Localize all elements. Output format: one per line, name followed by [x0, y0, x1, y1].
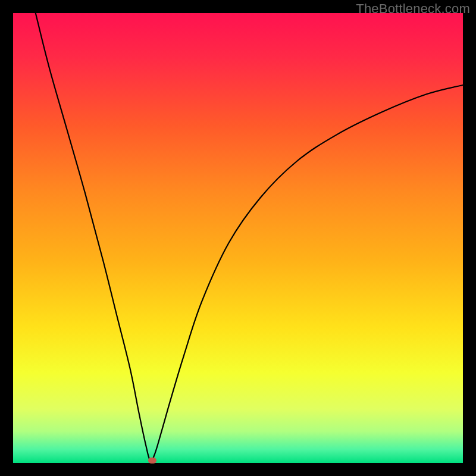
optimal-point-marker: [148, 458, 156, 464]
bottleneck-curve: [13, 13, 463, 463]
plot-area: [13, 13, 463, 463]
chart-frame: TheBottleneck.com: [0, 0, 476, 476]
